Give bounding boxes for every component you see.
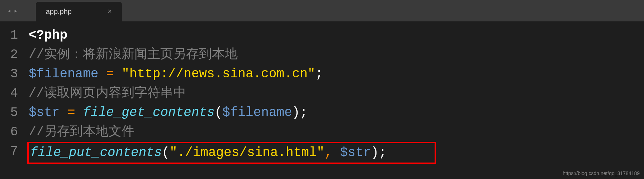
- code-line: $filename = "http://news.sina.com.cn";: [25, 64, 644, 84]
- line-number: 5: [0, 103, 18, 122]
- variable: $str: [29, 105, 60, 120]
- variable: $str: [340, 145, 371, 160]
- operator: =: [60, 105, 83, 120]
- paren: ): [371, 145, 379, 160]
- comment: //另存到本地文件: [29, 125, 134, 139]
- paren: ): [292, 105, 300, 120]
- operator: =: [98, 67, 122, 81]
- function-call: file_put_contents: [30, 145, 162, 160]
- watermark: https://blog.csdn.net/qq_31784189: [563, 170, 640, 176]
- line-number: 7: [0, 142, 18, 161]
- forward-arrow-icon[interactable]: ▸: [14, 7, 18, 15]
- line-number: 2: [0, 45, 18, 64]
- semicolon: ;: [300, 105, 308, 120]
- paren: (: [215, 105, 223, 120]
- back-arrow-icon[interactable]: ◂: [7, 7, 11, 15]
- close-icon[interactable]: ×: [108, 8, 112, 16]
- string-literal: "http://news.sina.com.cn": [122, 67, 315, 81]
- semicolon: ;: [379, 145, 387, 160]
- function-call: file_get_contents: [83, 105, 214, 120]
- editor: 1 2 3 4 5 6 7 <?php //实例：将新浪新闻主页另存到本地 $f…: [0, 21, 644, 164]
- code-line: //另存到本地文件: [25, 122, 644, 142]
- variable: $filename: [29, 67, 98, 81]
- code-line: <?php: [25, 26, 644, 45]
- semicolon: ;: [315, 67, 323, 81]
- code-line: //读取网页内容到字符串中: [25, 84, 644, 103]
- comment: //读取网页内容到字符串中: [29, 86, 186, 101]
- top-bar: ◂ ▸ app.php ×: [0, 0, 644, 21]
- file-tab[interactable]: app.php ×: [36, 2, 122, 21]
- line-number: 1: [0, 26, 18, 45]
- code-line: //实例：将新浪新闻主页另存到本地: [25, 45, 644, 64]
- string-literal: "./images/sina.html": [170, 145, 325, 160]
- line-number: 4: [0, 84, 18, 103]
- comment: //实例：将新浪新闻主页另存到本地: [29, 47, 238, 62]
- code-area[interactable]: <?php //实例：将新浪新闻主页另存到本地 $filename = "htt…: [25, 26, 644, 164]
- line-number: 3: [0, 64, 18, 84]
- paren: (: [162, 145, 170, 160]
- code-line: $str = file_get_contents($filename);: [25, 103, 644, 122]
- tab-title: app.php: [46, 8, 72, 16]
- variable: $filename: [222, 105, 292, 120]
- nav-arrows: ◂ ▸: [0, 7, 25, 15]
- line-number: 6: [0, 122, 18, 142]
- php-open-tag: <?php: [29, 28, 67, 43]
- line-gutter: 1 2 3 4 5 6 7: [0, 26, 25, 164]
- code-line-highlighted: file_put_contents("./images/sina.html", …: [27, 142, 436, 164]
- comma: ,: [325, 145, 340, 160]
